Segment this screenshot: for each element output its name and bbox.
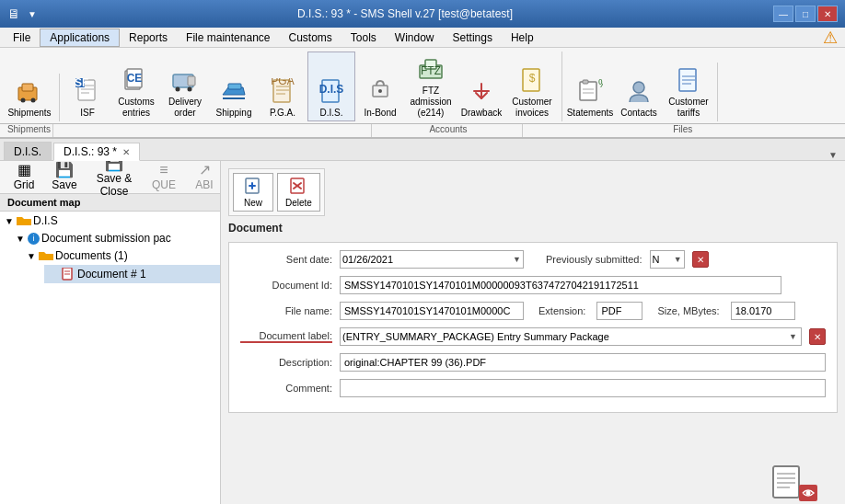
tree-submission: ▼ i Document submission pac ▼ Documents … <box>11 230 220 283</box>
tree-folder-icon-root <box>17 213 31 228</box>
tree-label-doc1: Document # 1 <box>77 268 146 281</box>
grid-button[interactable]: ▦ Grid <box>6 163 42 192</box>
ftz-icon: FTZ <box>416 54 446 84</box>
drawback-label: Drawback <box>461 108 502 119</box>
save-close-button[interactable]: 💾 Save & Close <box>87 163 142 192</box>
delete-label: Delete <box>285 198 312 208</box>
isf-button[interactable]: ISF ISF <box>64 52 111 121</box>
new-button[interactable]: New <box>233 173 273 212</box>
toolbar-group-shipments: Shipments <box>6 74 60 121</box>
svg-text:$: $ <box>529 72 536 85</box>
customs-entries-icon: CE <box>122 65 151 95</box>
svg-point-59 <box>805 491 810 496</box>
tab-close-icon[interactable]: ✕ <box>122 147 130 157</box>
document-label-clear-button[interactable]: ✕ <box>809 328 826 345</box>
abi-label: ABI <box>195 178 213 191</box>
que-button[interactable]: ≡ QUE <box>145 163 182 192</box>
extension-input[interactable] <box>596 302 642 320</box>
svg-point-16 <box>188 87 192 92</box>
new-icon <box>244 177 262 198</box>
shipments-icon <box>15 76 44 106</box>
pga-button[interactable]: PGA P.G.A. <box>259 52 307 121</box>
preview-area: Document preview <box>221 456 845 504</box>
maximize-button[interactable]: □ <box>795 6 816 22</box>
svg-point-2 <box>21 98 26 103</box>
previously-clear-button[interactable]: ✕ <box>692 251 709 268</box>
tree-item-documents[interactable]: ▼ Documents (1) <box>22 246 220 265</box>
abi-button[interactable]: ↗ ABI <box>186 163 221 192</box>
customer-invoices-button[interactable]: $ Customer invoices <box>506 52 558 121</box>
drawback-button[interactable]: Drawback <box>457 52 505 121</box>
tree-item-submission[interactable]: ▼ i Document submission pac <box>11 230 220 246</box>
document-preview-button[interactable]: Document preview <box>745 460 838 504</box>
menu-file-maintenance[interactable]: File maintenance <box>177 29 279 46</box>
pga-label: P.G.A. <box>270 108 295 119</box>
title-bar-left: 🖥 ▼ <box>7 6 37 21</box>
files-section-label: Files <box>527 124 840 137</box>
close-button[interactable]: ✕ <box>817 6 838 22</box>
app-icon: 🖥 <box>7 6 20 21</box>
delivery-order-label: Delivery order <box>164 97 206 119</box>
warning-icon: ⚠ <box>823 28 838 48</box>
menu-help[interactable]: Help <box>502 29 543 46</box>
empty-section-label <box>57 124 372 137</box>
delivery-order-button[interactable]: Delivery order <box>161 52 209 121</box>
comment-input[interactable] <box>340 379 826 397</box>
tree-item-root[interactable]: ▼ D.I.S <box>0 212 220 230</box>
svg-point-38 <box>633 82 644 93</box>
window-controls[interactable]: — □ ✕ <box>773 6 838 22</box>
customer-invoices-icon: $ <box>517 65 547 95</box>
document-label-row: Document label: (ENTRY_SUMMARY_PACKAGE) … <box>240 327 826 346</box>
customer-tariffs-button[interactable]: Customer tariffs <box>664 63 713 121</box>
document-section-title: Document <box>228 222 838 235</box>
previously-dropdown-arrow: ▼ <box>674 255 682 264</box>
tree-item-doc1[interactable]: Document # 1 <box>44 265 220 283</box>
tab-dis-93[interactable]: D.I.S.: 93 * ✕ <box>53 143 140 161</box>
menu-applications[interactable]: Applications <box>40 29 120 47</box>
ftz-button[interactable]: FTZ FTZ admission (e214) <box>405 52 457 121</box>
menu-customs[interactable]: Customs <box>279 29 341 46</box>
preview-icon-wrap <box>770 464 814 501</box>
svg-rect-14 <box>188 76 195 86</box>
description-input[interactable] <box>340 353 826 372</box>
grid-label: Grid <box>14 178 35 191</box>
menu-window[interactable]: Window <box>386 29 444 46</box>
tree-expand-root: ▼ <box>4 216 15 226</box>
quick-access[interactable]: ▼ <box>28 9 37 19</box>
minimize-button[interactable]: — <box>773 6 793 22</box>
save-button[interactable]: 💾 Save <box>46 163 83 192</box>
file-name-input[interactable] <box>340 302 524 320</box>
svg-text:%: % <box>598 78 603 90</box>
title-text: D.I.S.: 93 * - SMS Shell v.27 [test@beta… <box>297 7 513 20</box>
in-bond-button[interactable]: In-Bond <box>356 52 404 121</box>
extension-label: Extension: <box>538 305 585 316</box>
document-label-dropdown[interactable]: (ENTRY_SUMMARY_PACKAGE) Entry Summary Pa… <box>340 327 802 346</box>
shipments-button[interactable]: Shipments <box>6 74 53 121</box>
document-id-input[interactable] <box>340 276 781 294</box>
document-label-label: Document label: <box>240 330 332 343</box>
tree-label-submission: Document submission pac <box>41 232 171 245</box>
menu-tools[interactable]: Tools <box>341 29 386 46</box>
menu-settings[interactable]: Settings <box>444 29 502 46</box>
menu-file[interactable]: File <box>4 29 40 46</box>
description-row: Description: <box>240 353 826 372</box>
tabs-arrow[interactable]: ▼ <box>825 150 841 160</box>
tab-dis-home[interactable]: D.I.S. <box>4 142 52 160</box>
sent-date-dropdown[interactable]: 01/26/2021 ▼ <box>340 250 524 269</box>
svg-text:D.I.S: D.I.S <box>319 83 344 96</box>
shipping-button[interactable]: Shipping <box>210 52 258 121</box>
tabs-row: D.I.S. D.I.S.: 93 * ✕ ▼ <box>0 139 845 161</box>
previously-dropdown[interactable]: N ▼ <box>650 250 685 269</box>
menu-reports[interactable]: Reports <box>120 29 177 46</box>
delete-button[interactable]: Delete <box>277 173 320 212</box>
statements-button[interactable]: % Statements <box>566 63 614 121</box>
size-input[interactable] <box>731 302 795 320</box>
que-icon: ≡ <box>159 163 168 178</box>
customs-entries-button[interactable]: CE Customs entries <box>112 52 160 121</box>
svg-rect-34 <box>583 80 588 84</box>
contacts-button[interactable]: Contacts <box>615 63 663 121</box>
tree-folder-icon <box>39 248 53 263</box>
dis-button[interactable]: D.I.S D.I.S. <box>307 52 355 121</box>
save-label: Save <box>52 178 76 191</box>
size-label: Size, MBytes: <box>657 305 719 316</box>
